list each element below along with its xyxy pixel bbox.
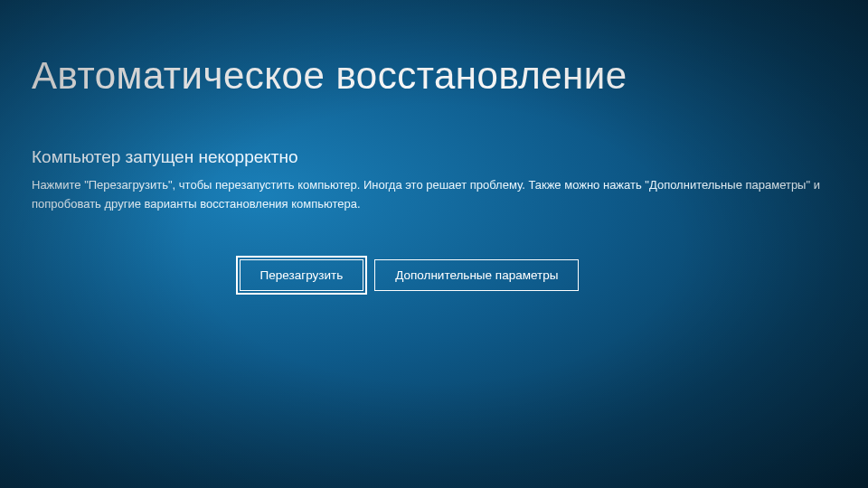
page-title: Автоматическое восстановление [32, 54, 823, 98]
advanced-options-button[interactable]: Дополнительные параметры [374, 259, 579, 291]
button-row: Перезагрузить Дополнительные параметры [32, 259, 823, 291]
error-description: Нажмите "Перезагрузить", чтобы перезапус… [32, 176, 823, 214]
error-subtitle: Компьютер запущен некорректно [32, 147, 823, 167]
restart-button[interactable]: Перезагрузить [240, 259, 364, 291]
recovery-screen: Автоматическое восстановление Компьютер … [0, 0, 868, 291]
